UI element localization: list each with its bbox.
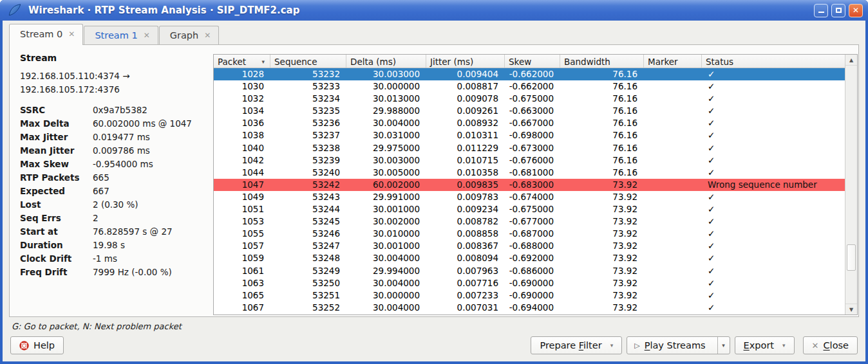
stat-value: 19.98 s	[93, 239, 213, 252]
stream-stats: SSRC 0x9a7b5382 Max Delta 60.002000 ms @…	[20, 104, 213, 279]
table-row[interactable]: 1051 53244 30.001000 0.009234 -0.675000 …	[214, 203, 845, 215]
stream-address: 192.168.105.110:4374 → 192.168.105.172:4…	[20, 69, 213, 96]
stat-row: Expected 667	[20, 185, 213, 198]
help-lifering-icon	[19, 341, 29, 350]
tab-close-icon[interactable]: ✕	[144, 32, 150, 39]
cell-bandwidth: 73.92	[560, 203, 644, 215]
table-row[interactable]: 1067 53252 30.004000 0.007031 -0.694000 …	[214, 302, 845, 314]
column-header-sequence[interactable]: Sequence	[270, 55, 346, 68]
cell-marker	[644, 154, 702, 167]
cell-jitter: 0.008367	[426, 240, 505, 252]
scroll-down-icon[interactable]: ▼	[845, 304, 857, 314]
tab-close-icon[interactable]: ✕	[68, 30, 75, 38]
stat-value: 2	[93, 212, 213, 225]
table-row[interactable]: 1057 53247 30.001000 0.008367 -0.688000 …	[214, 240, 845, 252]
cell-status: ✓	[702, 80, 845, 93]
sort-descending-icon: ▾	[261, 59, 266, 65]
stat-row: Max Skew -0.954000 ms	[20, 158, 213, 171]
cell-marker	[644, 80, 702, 93]
stat-label: Expected	[20, 185, 93, 198]
table-row[interactable]: 1032 53234 30.013000 0.009078 -0.675000 …	[214, 93, 845, 105]
table-row[interactable]: 1034 53235 29.988000 0.009261 -0.663000 …	[214, 105, 845, 117]
stat-row: Seq Errs 2	[20, 212, 213, 225]
tab[interactable]: Stream 0 ✕	[9, 24, 83, 45]
stat-value: 0.009786 ms	[93, 144, 213, 158]
cell-status: ✓	[702, 154, 845, 167]
cell-status: ✓	[702, 228, 845, 240]
tab[interactable]: Graph ✕	[159, 26, 220, 44]
table-row[interactable]: 1059 53248 30.004000 0.008094 -0.692000 …	[214, 252, 845, 264]
close-button[interactable]: ✕ Close	[803, 336, 858, 354]
cell-packet: 1034	[214, 105, 270, 117]
cell-bandwidth: 76.16	[560, 129, 644, 141]
play-streams-button[interactable]: ▷ Play Streams ▾	[627, 336, 730, 354]
table-row[interactable]: 1047 53242 60.002000 0.009835 -0.683000 …	[214, 179, 845, 191]
cell-packet: 1067	[214, 302, 270, 314]
maximize-button[interactable]	[831, 4, 845, 17]
stat-value: 60.002000 ms @ 1047	[93, 117, 213, 131]
vertical-scrollbar[interactable]: ▲ ▼	[845, 55, 857, 314]
cell-status: ✓	[702, 277, 845, 289]
stat-value: 665	[93, 171, 213, 185]
table-row[interactable]: 1049 53243 29.991000 0.009783 -0.674000 …	[214, 191, 845, 203]
cell-status: ✓	[702, 215, 845, 228]
scrollbar-thumb[interactable]	[847, 244, 856, 271]
cell-packet: 1030	[214, 80, 270, 93]
scroll-up-icon[interactable]: ▲	[845, 55, 857, 66]
cell-bandwidth: 76.16	[560, 105, 644, 117]
cell-skew: -0.676000	[505, 154, 560, 167]
chevron-down-icon[interactable]: ▾	[782, 342, 786, 349]
column-header-packet[interactable]: Packet ▾	[214, 55, 270, 68]
cell-packet: 1065	[214, 289, 270, 302]
cell-marker	[644, 68, 702, 80]
table-row[interactable]: 1061 53249 29.994000 0.007963 -0.686000 …	[214, 265, 845, 277]
column-header-bandwidth[interactable]: Bandwidth	[560, 55, 644, 68]
cell-delta: 30.031000	[346, 129, 426, 141]
stat-label: Seq Errs	[20, 212, 93, 225]
titlebar[interactable]: Wireshark · RTP Stream Analysis · SIP_DT…	[0, 0, 868, 21]
cell-jitter: 0.009783	[426, 191, 505, 203]
table-row[interactable]: 1042 53239 30.003000 0.010715 -0.676000 …	[214, 154, 845, 167]
table-row[interactable]: 1038 53237 30.031000 0.010311 -0.698000 …	[214, 129, 845, 141]
cell-delta: 29.975000	[346, 142, 426, 154]
cell-packet: 1051	[214, 203, 270, 215]
cell-jitter: 0.008817	[426, 80, 505, 93]
rtp-stream-analysis-window: Wireshark · RTP Stream Analysis · SIP_DT…	[0, 0, 868, 364]
cell-bandwidth: 73.92	[560, 277, 644, 289]
table-row[interactable]: 1030 53233 30.000000 0.008817 -0.662000 …	[214, 80, 845, 93]
column-header-status[interactable]: Status	[702, 55, 845, 68]
stat-label: Duration	[20, 239, 93, 252]
column-header-jitter[interactable]: Jitter (ms)	[426, 55, 505, 68]
cell-delta: 30.001000	[346, 203, 426, 215]
cell-status: ✓	[702, 302, 845, 314]
column-header-skew[interactable]: Skew	[505, 55, 560, 68]
table-row[interactable]: 1065 53251 30.000000 0.007233 -0.690000 …	[214, 289, 845, 302]
table-row[interactable]: 1028 53232 30.003000 0.009404 -0.662000 …	[214, 68, 845, 80]
play-streams-dropdown[interactable]: ▾	[717, 337, 730, 354]
stream-heading: Stream	[20, 53, 213, 63]
table-row[interactable]: 1063 53250 30.004000 0.007716 -0.690000 …	[214, 277, 845, 289]
stat-label: Max Skew	[20, 158, 93, 171]
cell-delta: 30.004000	[346, 302, 426, 314]
chevron-down-icon[interactable]: ▾	[610, 342, 614, 349]
tab-close-icon[interactable]: ✕	[204, 32, 211, 39]
table-header: Packet ▾ Sequence Delta (ms) Jitter (ms)…	[214, 55, 845, 68]
column-header-marker[interactable]: Marker	[644, 55, 702, 68]
stat-row: Max Jitter 0.019477 ms	[20, 131, 213, 144]
column-header-delta[interactable]: Delta (ms)	[346, 55, 426, 68]
export-button[interactable]: Export ▾	[735, 336, 795, 354]
tab[interactable]: Stream 1 ✕	[84, 26, 158, 44]
cell-packet: 1036	[214, 117, 270, 129]
table-row[interactable]: 1036 53236 30.004000 0.008932 -0.667000 …	[214, 117, 845, 129]
close-window-button[interactable]: ✕	[849, 4, 863, 17]
tab-label: Stream 1	[95, 30, 137, 41]
help-button[interactable]: Help	[10, 336, 64, 354]
table-row[interactable]: 1040 53238 29.975000 0.011229 -0.673000 …	[214, 142, 845, 154]
table-row[interactable]: 1055 53246 30.010000 0.008858 -0.687000 …	[214, 228, 845, 240]
minimize-button[interactable]	[814, 4, 828, 17]
cell-packet: 1057	[214, 240, 270, 252]
table-row[interactable]: 1053 53245 30.002000 0.008782 -0.677000 …	[214, 215, 845, 228]
prepare-filter-button[interactable]: Prepare Filter ▾	[531, 336, 622, 354]
cell-sequence: 53237	[270, 129, 346, 141]
table-row[interactable]: 1044 53240 30.005000 0.010358 -0.681000 …	[214, 167, 845, 179]
